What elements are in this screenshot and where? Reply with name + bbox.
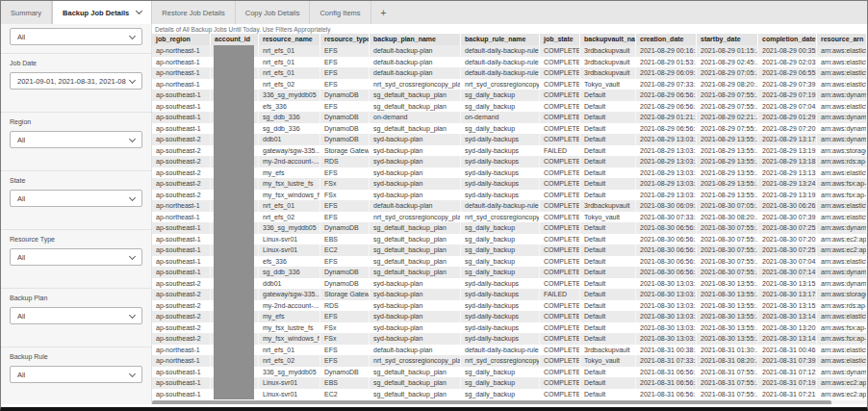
cell-backup-plan-name: sg_default_backup_plan	[370, 101, 461, 113]
cell-backup-plan-name: nrt_syd_crossregioncopy_plan	[370, 79, 461, 90]
table-row[interactable]: ap-southeast-13336_sg_myddb05DynamoDBsg_…	[152, 222, 867, 234]
cell-resource-type: EFS	[320, 67, 370, 79]
chevron-down-icon	[129, 135, 136, 141]
cell-startby-date: 2021-08-29 13:55:...	[697, 190, 758, 201]
table-row[interactable]: ap-southeast-29my_fsx_lustre_fsFSxsyd-ba…	[152, 178, 867, 190]
slicer-dropdown-state[interactable]: All	[10, 190, 142, 207]
table-row[interactable]: ap-southeast-13efs_336EFSsg_default_back…	[152, 256, 867, 268]
cell-resource-name: efs_336	[259, 256, 320, 268]
slicer-dropdown-top[interactable]: All	[10, 28, 142, 45]
cell-backup-rule-name: syd-daily-backups	[461, 322, 540, 334]
table-row[interactable]: ap-southeast-13336_sg_myddb05DynamoDBsg_…	[152, 90, 867, 101]
table-row[interactable]: ap-southeast-13efs_336EFSsg_default_back…	[152, 101, 867, 113]
column-header-account-id[interactable]: account_id	[211, 34, 259, 45]
slicer-dropdown-job-date[interactable]: 2021-09-01, 2021-08-31, 2021-08-29,...	[10, 72, 142, 90]
column-header-resource-type[interactable]: resource_type	[320, 34, 370, 45]
cell-backup-plan-name: syd-backup-plan	[370, 167, 461, 179]
column-header-backupvault-name[interactable]: backupvault_name	[580, 34, 636, 45]
cell-creation-date: 2021-08-31 06:56:...	[636, 377, 697, 389]
cell-resource-arn: arn:aws:elasticfil...	[817, 212, 867, 223]
tab-config-items[interactable]: Config Items	[310, 1, 370, 24]
slicer-dropdown-resource-type[interactable]: All	[10, 248, 142, 266]
column-header-backup-plan-name[interactable]: backup_plan_name	[370, 34, 461, 45]
cell-job-state: COMPLETED	[540, 355, 580, 367]
cell-backup-rule-name: default-daily-backup-rule	[461, 200, 540, 212]
column-header-backup-rule-name[interactable]: backup_rule_name	[461, 34, 540, 45]
table-row[interactable]: ap-southeast-29my_fsx_windows_fsFSxsyd-b…	[152, 190, 867, 201]
table-row[interactable]: ap-southeast-29my_efsEFSsyd-backup-plans…	[152, 311, 867, 322]
horizontal-scrollbar-thumb[interactable]	[152, 400, 831, 404]
cell-backup-plan-name: syd-backup-plan	[370, 156, 461, 167]
table-row[interactable]: ap-southeast-29my_fsx_lustre_fsFSxsyd-ba…	[152, 322, 867, 334]
table-row[interactable]: ap-northeast-10nrt_efs_01EFSdefault-back…	[152, 57, 867, 68]
column-header-resource-arn[interactable]: resource_arn	[817, 34, 867, 45]
column-header-completion-date[interactable]: completion_date	[758, 34, 817, 45]
column-header-resource-name[interactable]: resource_name	[259, 34, 320, 45]
column-header-startby-date[interactable]: startby_date	[697, 34, 758, 45]
cell-backup-plan-name: sg_default_backup_plan	[370, 389, 461, 400]
table-row[interactable]: ap-southeast-29my-2nd-account-...RDSsyd-…	[152, 156, 867, 167]
cell-resource-name: nrt_efs_01	[259, 200, 320, 212]
table-row[interactable]: ap-southeast-13sg_ddb_336DynamoDBon-dema…	[152, 112, 867, 123]
cell-job-state: COMPLETED	[540, 389, 580, 400]
table-row[interactable]: ap-southeast-13Linux-svr01EC2sg_default_…	[152, 244, 867, 256]
tab-restore-job-details[interactable]: Restore Job Details	[152, 1, 235, 24]
table-row[interactable]: ap-southeast-29ddb01DynamoDBsyd-backup-p…	[152, 134, 867, 145]
column-header-job-state[interactable]: job_state	[540, 34, 580, 45]
cell-job-state: COMPLETED	[540, 345, 580, 356]
table-row[interactable]: ap-southeast-29gateway/sgw-335...Storage…	[152, 289, 867, 300]
table-row[interactable]: ap-northeast-10nrt_efs_02EFSnrt_syd_cros…	[152, 212, 867, 223]
table-row[interactable]: ap-southeast-13sg_ddb_336DynamoDBsg_defa…	[152, 267, 867, 278]
table-row[interactable]: ap-southeast-13Linux-svr01EC2sg_default_…	[152, 389, 867, 400]
horizontal-scrollbar[interactable]	[152, 400, 867, 404]
cell-startby-date: 2021-08-30 07:55:...	[697, 244, 758, 256]
table-row[interactable]: ap-southeast-29my-2nd-account-...RDSsyd-…	[152, 300, 867, 312]
table-row[interactable]: ap-southeast-29ddb01DynamoDBsyd-backup-p…	[152, 278, 867, 290]
cell-backup-rule-name: sg_daily_backup	[461, 256, 540, 268]
table-row[interactable]: ap-southeast-29my_fsx_windows_fsFSxsyd-b…	[152, 333, 867, 345]
cell-resource-type: FSx	[320, 178, 370, 190]
cell-backup-rule-name: sg_daily_backup	[461, 267, 540, 278]
table-row[interactable]: ap-southeast-13Linux-svr01EBSsg_default_…	[152, 234, 867, 245]
tab-summary[interactable]: Summary	[1, 1, 52, 24]
cell-resource-arn: arn:aws:dynamo...	[817, 222, 867, 234]
cell-job-state: COMPLETED	[540, 234, 580, 245]
table-row[interactable]: ap-northeast-10nrt_efs_02EFSnrt_syd_cros…	[152, 79, 867, 90]
cell-resource-arn: arn:aws:dynamo...	[817, 267, 867, 278]
column-header-creation-date[interactable]: creation_date	[636, 34, 697, 45]
tab-copy-job-details[interactable]: Copy Job Details	[236, 1, 311, 24]
table-row[interactable]: ap-southeast-29gateway/sgw-335...Storage…	[152, 145, 867, 157]
tab-backup-job-details[interactable]: Backup Job Details	[52, 1, 152, 24]
cell-completion-date: 2021-08-30 13:14:...	[758, 333, 817, 345]
cell-startby-date: 2021-08-30 13:55:...	[697, 278, 758, 290]
cell-job-region: ap-northeast-1	[152, 79, 211, 90]
slicer-dropdown-backup-plan[interactable]: All	[10, 307, 142, 324]
cell-backup-plan-name: default-backup-plan	[370, 200, 461, 212]
table-row[interactable]: ap-northeast-10nrt_efs_01EFSdefault-back…	[152, 67, 867, 79]
column-header-job-region[interactable]: job_region	[152, 34, 211, 45]
table-row[interactable]: ap-southeast-29my_efsEFSsyd-backup-plans…	[152, 167, 867, 179]
cell-creation-date: 2021-08-30 06:56:...	[636, 234, 697, 245]
cell-backup-plan-name: syd-backup-plan	[370, 178, 461, 190]
slicer-dropdown-region[interactable]: All	[10, 131, 142, 148]
cell-backup-plan-name: sg_default_backup_plan	[370, 234, 461, 245]
cell-startby-date: 2021-08-29 08:20:...	[697, 79, 758, 90]
cell-completion-date: 2021-08-29 13:17:...	[758, 134, 817, 145]
cell-backupvault-name: Tokyo_vault	[580, 355, 636, 367]
table-row[interactable]: ap-southeast-13Linux-svr01EBSsg_default_…	[152, 377, 867, 389]
cell-resource-name: sg_ddb_336	[259, 112, 320, 123]
table-row[interactable]: ap-southeast-13sg_ddb_336DynamoDBsg_defa…	[152, 123, 867, 135]
cell-startby-date: 2021-08-30 08:20:...	[697, 212, 758, 223]
table-row[interactable]: ap-northeast-10nrt_efs_01EFSdefault-back…	[152, 200, 867, 212]
table-row[interactable]: ap-northeast-10nrt_efs_02EFSnrt_syd_cros…	[152, 355, 867, 367]
add-tab-button[interactable]: +	[371, 1, 396, 24]
slicer-dropdown-backup-rule[interactable]: All	[10, 366, 142, 383]
cell-resource-arn: arn:aws:elasticfil...	[817, 167, 867, 179]
table-row[interactable]: ap-northeast-10nrt_efs_01EFSdefault-back…	[152, 45, 867, 57]
slicer-selected-value: All	[17, 312, 25, 321]
table-row[interactable]: ap-northeast-10nrt_efs_01EFSdefault-back…	[152, 345, 867, 356]
cell-job-region: ap-northeast-1	[152, 355, 211, 367]
cell-job-region: ap-southeast-1	[152, 101, 211, 113]
cell-job-region: ap-southeast-2	[152, 333, 211, 345]
table-row[interactable]: ap-southeast-13336_sg_myddb05DynamoDBsg_…	[152, 367, 867, 378]
